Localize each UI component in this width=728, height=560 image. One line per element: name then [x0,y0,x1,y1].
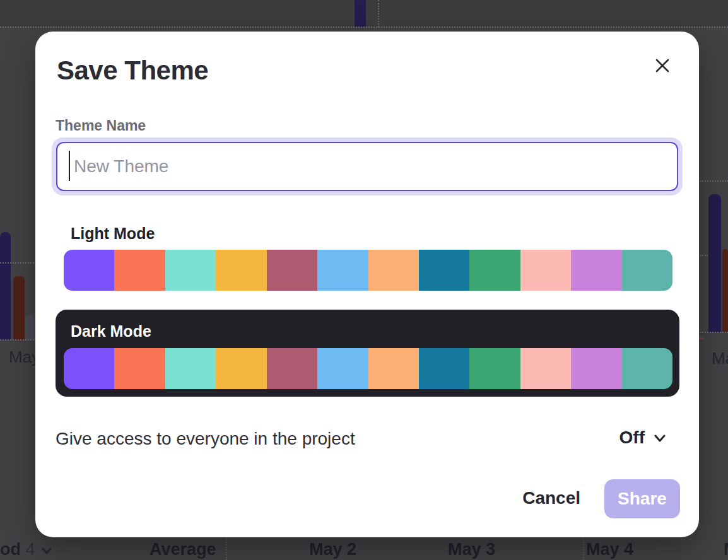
color-swatch [368,348,419,389]
gridline [0,26,728,28]
color-swatch [419,250,469,291]
column-separator [226,535,227,560]
dark-mode-palette [64,348,672,389]
access-dropdown[interactable]: Off [619,428,667,448]
color-swatch [165,348,216,389]
period-dropdown-number: 4 [26,540,35,559]
average-line-fragment [699,337,704,339]
average-column-label: Average [150,540,216,559]
color-swatch [267,348,317,389]
access-dropdown-value: Off [619,428,645,448]
dark-mode-label: Dark Mode [71,322,151,341]
column-separator [583,535,584,560]
save-theme-dialog: Save Theme Theme Name Light Mode Dark Mo… [35,32,699,537]
light-mode-palette [64,250,672,291]
theme-name-focus-ring [52,137,683,195]
color-swatch [165,250,216,291]
color-swatch [216,250,266,291]
chevron-down-icon [652,430,667,445]
color-swatch [368,250,419,291]
chevron-down-icon [40,544,54,557]
color-swatch [520,250,571,291]
color-swatch [469,348,520,389]
day-column-label: May 4 [586,540,633,559]
share-button[interactable]: Share [604,479,680,518]
dialog-title: Save Theme [57,55,208,86]
period-dropdown-label: od [0,540,21,559]
color-swatch [317,250,368,291]
chart-bar [722,249,728,332]
light-mode-label: Light Mode [71,225,155,243]
day-column-label-partial: M [724,540,728,559]
color-swatch [317,348,368,389]
chart-bar [355,0,366,27]
chart-bar [25,315,34,340]
gridline [700,180,728,182]
gridline [700,255,708,256]
color-swatch [622,250,672,291]
chart-bar [708,194,721,332]
theme-name-label: Theme Name [56,117,146,134]
period-dropdown[interactable]: od 4 [0,540,54,559]
color-swatch [64,348,114,389]
color-swatch [622,348,672,389]
close-icon [654,57,671,74]
color-swatch [571,250,621,291]
cancel-button[interactable]: Cancel [522,488,580,508]
color-swatch [469,250,520,291]
x-axis-label: Ma [712,349,728,368]
chart-bar [13,276,25,340]
gridline [0,339,37,341]
gridline [700,332,728,333]
color-swatch [216,348,266,389]
chart-bar [0,232,11,340]
day-column-label: May 3 [448,540,495,559]
color-swatch [571,348,621,389]
close-button[interactable] [651,54,674,77]
gridline [0,262,37,264]
color-swatch [267,250,317,291]
day-column-label: May 2 [309,540,356,559]
color-swatch [419,348,469,389]
color-swatch [64,250,114,291]
gridline [378,0,379,27]
app-screen: { "modal": { "title": "Save Theme", "the… [0,0,728,560]
theme-name-input[interactable] [56,142,678,191]
color-swatch [520,348,571,389]
access-label: Give access to everyone in the project [56,429,355,449]
color-swatch [114,250,165,291]
dark-mode-card: Dark Mode [56,310,679,397]
color-swatch [114,348,165,389]
